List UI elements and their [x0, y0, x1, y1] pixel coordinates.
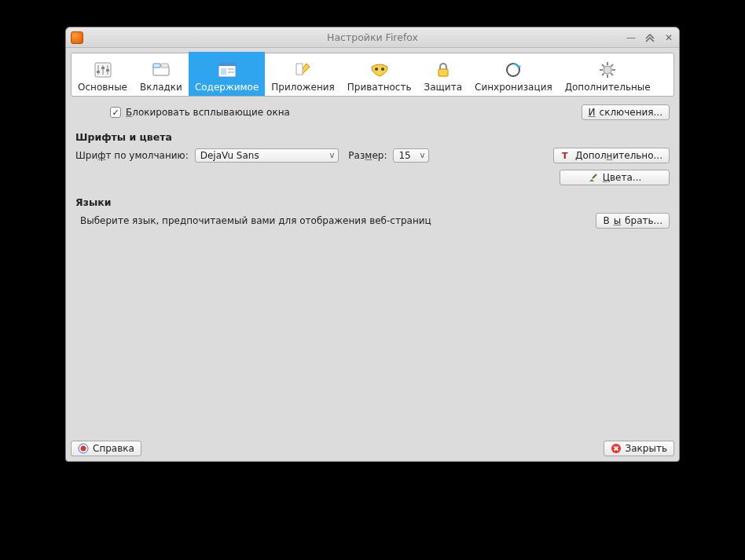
applications-icon — [292, 60, 314, 80]
languages-section-title: Языки — [75, 196, 670, 208]
svg-rect-1 — [97, 65, 99, 75]
sliders-icon — [92, 60, 114, 80]
close-button[interactable]: Закрыть — [604, 441, 674, 456]
privacy-mask-icon — [369, 60, 391, 80]
svg-line-29 — [602, 73, 604, 75]
maximize-button[interactable] — [644, 32, 655, 43]
content-icon — [216, 60, 238, 80]
svg-line-26 — [602, 64, 604, 67]
titlebar: Настройки Firefox — ✕ — [66, 27, 679, 48]
block-popups-label: Блокировать всплывающие окна — [126, 107, 290, 118]
close-window-button[interactable]: ✕ — [663, 32, 674, 43]
category-toolbar: Основные Вкладки Содержимое Приложения П… — [71, 53, 674, 97]
dialog-footer: Справка Закрыть — [66, 441, 679, 461]
tab-advanced-label: Дополнительные — [565, 82, 651, 93]
content-panel: ✓ Блокировать всплывающие окна Исключени… — [66, 97, 679, 441]
colors-button[interactable]: Цвета... — [560, 170, 670, 185]
minimize-button[interactable]: — — [626, 32, 637, 43]
tab-content-label: Содержимое — [195, 82, 259, 93]
block-popups-checkbox[interactable]: ✓ — [110, 107, 121, 118]
exceptions-button[interactable]: Исключения... — [582, 104, 670, 120]
tab-sync[interactable]: Синхронизация — [468, 52, 559, 96]
tabs-icon — [150, 60, 172, 80]
svg-point-21 — [604, 66, 611, 74]
close-icon — [611, 443, 622, 454]
default-font-label: Шрифт по умолчанию: — [75, 150, 189, 161]
svg-line-28 — [611, 64, 613, 67]
tab-content[interactable]: Содержимое — [189, 52, 265, 96]
languages-desc: Выберите язык, предпочитаемый вами для о… — [80, 215, 431, 226]
tab-general-label: Основные — [78, 82, 127, 93]
font-size-select[interactable]: 15 — [393, 148, 429, 163]
font-icon: T — [560, 150, 571, 161]
svg-rect-14 — [228, 71, 234, 73]
svg-point-32 — [81, 446, 86, 452]
fonts-section-title: Шрифты и цвета — [75, 131, 670, 143]
tab-applications[interactable]: Приложения — [265, 52, 341, 96]
svg-rect-2 — [102, 65, 104, 75]
help-button[interactable]: Справка — [71, 441, 141, 456]
svg-rect-4 — [97, 71, 100, 73]
svg-marker-20 — [516, 65, 521, 68]
svg-rect-9 — [161, 64, 168, 68]
window-title: Настройки Firefox — [66, 31, 679, 43]
tab-security[interactable]: Защита — [418, 52, 469, 96]
gear-icon — [596, 60, 618, 80]
tab-applications-label: Приложения — [271, 82, 335, 93]
svg-rect-15 — [296, 64, 303, 75]
help-icon — [78, 443, 89, 454]
svg-rect-8 — [153, 64, 160, 68]
tab-general[interactable]: Основные — [72, 52, 134, 96]
brush-icon — [588, 172, 599, 183]
tab-advanced[interactable]: Дополнительные — [559, 52, 657, 96]
tab-sync-label: Синхронизация — [475, 82, 552, 93]
svg-point-16 — [375, 68, 378, 71]
choose-language-button[interactable]: Выбрать... — [596, 213, 670, 229]
svg-text:T: T — [562, 151, 568, 161]
default-font-select[interactable]: DejaVu Sans — [195, 148, 339, 163]
font-size-label: Размер: — [348, 150, 387, 161]
svg-rect-18 — [439, 69, 448, 76]
svg-point-17 — [381, 68, 384, 71]
svg-rect-11 — [218, 63, 236, 66]
tab-tabs-label: Вкладки — [140, 82, 182, 93]
tab-tabs[interactable]: Вкладки — [134, 52, 189, 96]
preferences-window: Настройки Firefox — ✕ Основные Вкладки — [65, 27, 680, 462]
svg-line-27 — [611, 73, 613, 75]
tab-privacy-label: Приватность — [347, 82, 412, 93]
svg-rect-6 — [106, 69, 109, 71]
fonts-advanced-button[interactable]: T Дополнительно... — [553, 148, 670, 163]
svg-rect-12 — [221, 68, 226, 75]
sync-icon — [502, 60, 524, 80]
tab-security-label: Защита — [424, 82, 463, 93]
lock-icon — [432, 60, 454, 80]
tab-privacy[interactable]: Приватность — [341, 52, 418, 96]
svg-rect-13 — [228, 68, 234, 70]
svg-rect-5 — [101, 67, 105, 69]
